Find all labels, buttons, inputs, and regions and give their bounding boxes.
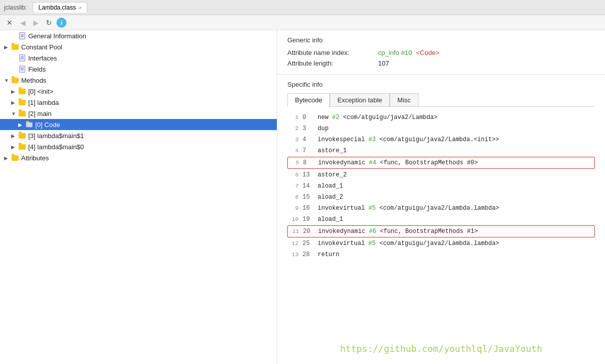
attr-name-index-label: Attribute name index: <box>287 49 378 56</box>
tab-misc[interactable]: Misc <box>390 93 418 106</box>
sidebar-item-lambda[interactable]: ▶ [1] lambda <box>0 97 277 108</box>
refresh-button[interactable]: ↻ <box>43 17 54 28</box>
bc-content-10: aload_1 <box>318 214 595 224</box>
attr-length-label: Attribute length: <box>287 59 378 67</box>
icon-attributes <box>11 154 19 162</box>
bc-line-4: 4 <box>287 146 302 156</box>
tabs-bar: Bytecode Exception table Misc <box>287 93 595 107</box>
label-lambda: [1] lambda <box>28 99 59 106</box>
specific-info-section: Specific info Bytecode Exception table M… <box>277 75 605 264</box>
bc-line-11: 11 <box>288 226 303 236</box>
arrow-code: ▶ <box>18 122 25 128</box>
icon-lambda <box>18 98 26 106</box>
bc-offset-11: 20 <box>303 226 318 236</box>
bc-line-12: 12 <box>287 238 302 249</box>
sidebar-item-code[interactable]: ▶ [0] Code <box>0 119 277 130</box>
back-button[interactable]: ◀ <box>17 17 28 28</box>
forward-button[interactable]: ▶ <box>30 17 41 28</box>
bc-content-4: astore_1 <box>318 146 595 156</box>
bc-line-7: 7 <box>287 181 302 191</box>
bc-line-13: 13 <box>287 250 302 260</box>
main-layout: General Information ▶ Constant Pool Inte… <box>0 30 605 364</box>
bc-content-2: dup <box>318 124 595 134</box>
icon-interfaces <box>18 54 26 62</box>
bc-content-9: invokevirtual #5 <com/atguigu/java2/Lamb… <box>318 203 595 213</box>
bc-content-5: invokedynamic #4 <func, BootstrapMethods… <box>318 158 594 168</box>
bc-row-7: 7 14 aload_1 <box>287 180 595 192</box>
sidebar-item-fields[interactable]: Fields <box>0 64 277 75</box>
bc-content-11: invokedynamic #6 <func, BootstrapMethods… <box>318 226 594 236</box>
bc-row-11: 11 20 invokedynamic #6 <func, BootstrapM… <box>287 225 595 237</box>
sidebar-item-init[interactable]: ▶ [0] <init> <box>0 86 277 97</box>
sidebar-item-general-information[interactable]: General Information <box>0 30 277 41</box>
sidebar-item-lambda-main1[interactable]: ▶ [3] lambda$main$1 <box>0 130 277 141</box>
bc-offset-10: 19 <box>302 214 318 224</box>
sidebar-item-constant-pool[interactable]: ▶ Constant Pool <box>0 41 277 52</box>
icon-methods <box>11 76 19 84</box>
bc-row-6: 6 13 astore_2 <box>287 169 595 180</box>
arrow-lambda: ▶ <box>11 100 18 105</box>
label-general: General Information <box>28 32 86 40</box>
arrow-lambda-main1: ▶ <box>11 133 18 139</box>
bc-row-10: 10 19 aload_1 <box>287 214 595 225</box>
attr-length-value: 107 <box>378 59 389 67</box>
icon-fields <box>18 65 26 73</box>
label-init: [0] <init> <box>28 88 53 95</box>
sidebar-item-methods[interactable]: ▼ Methods <box>0 75 277 86</box>
icon-general <box>18 32 26 40</box>
sidebar-item-main[interactable]: ▼ [2] main <box>0 108 277 119</box>
icon-code <box>25 120 33 129</box>
sidebar-item-lambda-main0[interactable]: ▶ [4] lambda$main$0 <box>0 141 277 152</box>
bc-offset-6: 13 <box>302 170 318 180</box>
file-tab[interactable]: Lambda.class × <box>33 2 87 13</box>
tab-close-icon[interactable]: × <box>79 5 82 11</box>
bc-offset-7: 14 <box>302 181 318 191</box>
arrow-init: ▶ <box>11 89 18 94</box>
bc-line-10: 10 <box>287 214 302 224</box>
specific-info-title: Specific info <box>287 81 595 88</box>
arrow-methods: ▼ <box>4 78 11 83</box>
icon-constant-pool <box>11 43 19 51</box>
sidebar-item-attributes[interactable]: ▶ Attributes <box>0 152 277 163</box>
bc-line-9: 9 <box>287 203 302 213</box>
bc-content-8: aload_2 <box>318 192 595 202</box>
bc-offset-2: 3 <box>302 124 318 134</box>
info-icon: i <box>56 18 67 28</box>
attr-length-row: Attribute length: 107 <box>287 59 595 67</box>
bc-offset-1: 0 <box>302 112 318 123</box>
attr-name-index-value-green: cp_info #10 <box>378 49 412 56</box>
bc-row-9: 9 16 invokevirtual #5 <com/atguigu/java2… <box>287 203 595 214</box>
bc-row-13: 13 28 return <box>287 249 595 260</box>
generic-info-section: Generic info Attribute name index: cp_in… <box>277 30 605 75</box>
sidebar: General Information ▶ Constant Pool Inte… <box>0 30 277 364</box>
close-button[interactable]: ✕ <box>4 17 15 28</box>
arrow-main: ▼ <box>11 111 18 116</box>
bc-row-2: 2 3 dup <box>287 123 595 134</box>
sidebar-item-interfaces[interactable]: Interfaces <box>0 52 277 64</box>
bytecode-table: 1 0 new #2 <com/atguigu/java2/Lambda> 2 … <box>287 112 595 260</box>
bc-line-2: 2 <box>287 124 302 134</box>
arrow-fields <box>11 67 18 72</box>
bc-offset-13: 28 <box>302 250 318 260</box>
label-lambda-main1: [3] lambda$main$1 <box>28 132 84 140</box>
icon-lambda-main0 <box>18 143 26 151</box>
tab-bytecode[interactable]: Bytecode <box>287 93 330 107</box>
bc-offset-3: 4 <box>302 135 318 145</box>
bc-content-13: return <box>318 250 595 260</box>
bc-line-6: 6 <box>287 170 302 180</box>
bc-line-1: 1 <box>287 112 302 123</box>
bc-content-1: new #2 <com/atguigu/java2/Lambda> <box>318 112 595 123</box>
label-constant-pool: Constant Pool <box>21 43 63 51</box>
tab-exception-table[interactable]: Exception table <box>330 93 390 106</box>
bc-row-3: 3 4 invokespecial #3 <com/atguigu/java2/… <box>287 134 595 145</box>
toolbar: ✕ ◀ ▶ ↻ i <box>0 15 605 30</box>
attr-name-index-value-red: <Code> <box>416 49 439 56</box>
bc-offset-8: 15 <box>302 192 318 202</box>
bc-row-4: 4 7 astore_1 <box>287 145 595 156</box>
label-lambda-main0: [4] lambda$main$0 <box>28 143 84 151</box>
label-main: [2] main <box>28 110 51 117</box>
tab-label: Lambda.class <box>38 4 76 11</box>
bc-offset-5: 8 <box>303 158 318 168</box>
label-attributes: Attributes <box>21 154 49 162</box>
bc-offset-12: 25 <box>302 238 318 249</box>
